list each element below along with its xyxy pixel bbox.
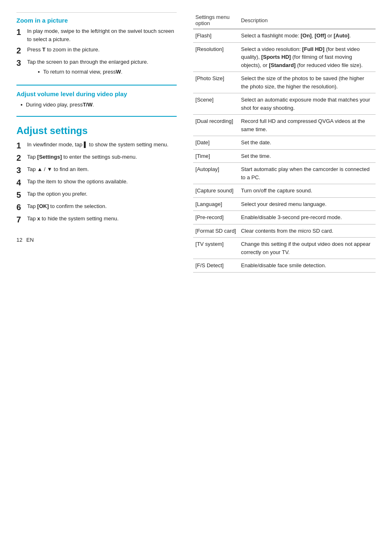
step-text: Tap the option you prefer. [27,190,177,198]
desc-format-sd: Clear contents from the micro SD card. [238,224,376,238]
right-column: Settings menuoption Description [Flash] … [189,12,376,273]
zoom-step-1: 1 In play mode, swipe to the left/right … [16,27,177,43]
desc-flash: Select a flashlight mode: [On], [Off] or… [238,29,376,43]
table-row: [F/S Detect] Enable/disable face smile d… [193,259,376,273]
adjust-step-7: 7 Tap x to hide the system setting menu. [16,215,177,224]
adjust-section-title: Adjust settings [16,125,177,136]
step-number: 1 [16,27,27,37]
table-row: [TV system] Change this setting if the o… [193,238,376,259]
volume-bullet-item: During video play, press T/W. [21,101,177,109]
option-language: [Language] [193,197,239,211]
option-time: [Time] [193,149,239,163]
desc-dual-recording: Record full HD and compressed QVGA video… [238,115,376,136]
sub-bullet-list: To return to normal view, press W. [38,68,177,76]
adjust-step-1: 1 In viewfinder mode, tap ▌ to show the … [16,141,177,150]
adjust-steps-list: 1 In viewfinder mode, tap ▌ to show the … [16,141,177,224]
step-text: Tap x to hide the system setting menu. [27,215,177,223]
desc-autoplay: Start automatic play when the camcorder … [238,163,376,184]
option-capture-sound: [Capture sound] [193,184,239,198]
zoom-steps-list: 1 In play mode, swipe to the left/right … [16,27,177,78]
desc-pre-record: Enable/disable 3-second pre-record mode. [238,211,376,224]
volume-bullet-list: During video play, press T/W. [21,101,177,109]
top-divider [16,12,177,13]
step-number: 1 [16,141,27,150]
table-row: [Pre-record] Enable/disable 3-second pre… [193,211,376,224]
step-text: In viewfinder mode, tap ▌ to show the sy… [27,141,177,149]
table-row: [Date] Set the date. [193,136,376,150]
option-format-sd: [Format SD card] [193,224,239,238]
desc-photo-size: Select the size of the photos to be save… [238,72,376,93]
option-tv-system: [TV system] [193,238,239,259]
zoom-step-2: 2 Press T to zoom in the picture. [16,46,177,56]
table-row: [Dual recording] Record full HD and comp… [193,115,376,136]
option-fs-detect: [F/S Detect] [193,259,239,273]
sub-bullet-item: To return to normal view, press W. [38,68,177,76]
option-autoplay: [Autoplay] [193,163,239,184]
step-number: 3 [16,58,27,68]
settings-table: Settings menuoption Description [Flash] … [193,12,376,273]
desc-date: Set the date. [238,136,376,150]
desc-resolution: Select a video resolution: [Full HD] (fo… [238,42,376,72]
desc-time: Set the time. [238,149,376,163]
zoom-step-3: 3 Tap the screen to pan through the enla… [16,58,177,78]
desc-scene: Select an automatic exposure mode that m… [238,93,376,115]
lang-label: EN [26,237,34,243]
table-row: [Autoplay] Start automatic play when the… [193,163,376,184]
table-row: [Capture sound] Turn on/off the capture … [193,184,376,198]
option-scene: [Scene] [193,93,239,115]
option-dual-recording: [Dual recording] [193,115,239,136]
adjust-step-2: 2 Tap [Settings] to enter the settings s… [16,153,177,163]
adjust-step-4: 4 Tap the item to show the options avail… [16,178,177,187]
option-resolution: [Resolution] [193,42,239,72]
step-text: Tap [OK] to confirm the selection. [27,202,177,210]
desc-fs-detect: Enable/disable face smile detection. [238,259,376,273]
page-footer: 12 EN [16,237,177,243]
desc-language: Select your desired menu language. [238,197,376,211]
step-text: In play mode, swipe to the left/right on… [27,27,177,43]
option-date: [Date] [193,136,239,150]
section-divider-1 [16,85,177,86]
step-text: Tap [Settings] to enter the settings sub… [27,153,177,161]
step-text: Press T to zoom in the picture. [27,46,177,54]
page-number: 12 [16,237,22,243]
adjust-step-6: 6 Tap [OK] to confirm the selection. [16,202,177,212]
zoom-section-title: Zoom in a picture [16,17,177,24]
desc-capture-sound: Turn on/off the capture sound. [238,184,376,198]
table-row: [Language] Select your desired menu lang… [193,197,376,211]
adjust-step-3: 3 Tap ▲ / ▼ to find an item. [16,165,177,175]
desc-tv-system: Change this setting if the output video … [238,238,376,259]
table-row: [Format SD card] Clear contents from the… [193,224,376,238]
step-number: 7 [16,215,27,224]
table-row: [Scene] Select an automatic exposure mod… [193,93,376,115]
option-flash: [Flash] [193,29,239,43]
adjust-step-5: 5 Tap the option you prefer. [16,190,177,200]
step-number: 4 [16,178,27,187]
step-text: Tap ▲ / ▼ to find an item. [27,165,177,173]
table-row: [Time] Set the time. [193,149,376,163]
left-column: Zoom in a picture 1 In play mode, swipe … [16,12,189,273]
table-header-description: Description [238,12,376,29]
step-text: Tap the screen to pan through the enlarg… [27,58,177,78]
step-text: Tap the item to show the options availab… [27,178,177,186]
table-row: [Photo Size] Select the size of the phot… [193,72,376,93]
step-number: 2 [16,46,27,56]
option-photo-size: [Photo Size] [193,72,239,93]
volume-section-title: Adjust volume level during video play [16,90,177,97]
step-number: 2 [16,153,27,163]
table-row: [Resolution] Select a video resolution: … [193,42,376,72]
section-divider-2 [16,116,177,117]
table-header-option: Settings menuoption [193,12,239,29]
step-number: 6 [16,202,27,212]
step-number: 5 [16,190,27,200]
option-pre-record: [Pre-record] [193,211,239,224]
table-row: [Flash] Select a flashlight mode: [On], … [193,29,376,43]
step-number: 3 [16,165,27,175]
